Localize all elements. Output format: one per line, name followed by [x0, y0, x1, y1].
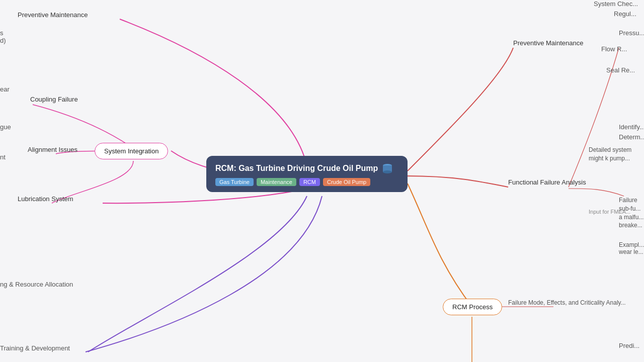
partial-system-chec: System Chec...: [594, 0, 638, 8]
rcm-process-node[interactable]: RCM Process: [443, 299, 502, 315]
partial-seal: Seal Re...: [606, 66, 635, 74]
tag-gasturbine[interactable]: Gas Turbine: [215, 178, 254, 186]
partial-regular: Regul...: [614, 10, 636, 18]
functional-failure-analysis-node[interactable]: Functional Failure Analysis: [508, 178, 586, 186]
preventive-maintenance-right-node[interactable]: Preventive Maintenance: [513, 39, 583, 47]
partial-predi: Predi...: [619, 342, 639, 349]
central-node[interactable]: RCM: Gas Turbine Driving Crude Oil Pump …: [206, 156, 408, 192]
partial-gue: gue: [0, 123, 11, 131]
tag-rcm[interactable]: RCM: [299, 178, 320, 186]
central-node-title: RCM: Gas Turbine Driving Crude Oil Pump: [215, 163, 398, 174]
partial-pressu: Pressu...: [619, 29, 644, 37]
partial-determ: Determ...: [619, 133, 644, 141]
partial-d: d): [0, 37, 6, 44]
partial-flow: Flow R...: [601, 45, 627, 53]
mind-map-canvas: RCM: Gas Turbine Driving Crude Oil Pump …: [0, 0, 644, 362]
tag-crudeoilpump[interactable]: Crude Oil Pump: [323, 178, 370, 186]
system-integration-node[interactable]: System Integration: [95, 143, 168, 159]
partial-ear: ear: [0, 85, 10, 93]
partial-fmeca: Failure Mode, Effects, and Criticality A…: [508, 299, 626, 306]
partial-nt: nt: [0, 153, 6, 161]
partial-s: s: [0, 29, 4, 37]
cylinder-icon: [382, 163, 393, 174]
partial-input-fmea: Input for FMEA...: [589, 209, 630, 215]
coupling-failure-node[interactable]: Coupling Failure: [30, 96, 78, 103]
svg-point-2: [383, 170, 392, 173]
partial-detailed: Detailed system might k pump...: [589, 146, 644, 163]
tag-maintenance[interactable]: Maintenance: [257, 178, 296, 186]
central-node-tags: Gas Turbine Maintenance RCM Crude Oil Pu…: [215, 178, 398, 186]
alignment-issues-node[interactable]: Alignment Issues: [28, 146, 77, 153]
preventive-maintenance-top-node[interactable]: Preventive Maintenance: [18, 11, 88, 19]
lubrication-system-node[interactable]: Lubrication System: [18, 195, 73, 203]
partial-identify: Identify...: [619, 123, 644, 131]
partial-example: Exampl... wear le...: [619, 241, 644, 255]
partial-ng-resource: ng & Resource Allocation: [0, 281, 73, 288]
partial-training-dev: Training & Development: [0, 344, 70, 352]
